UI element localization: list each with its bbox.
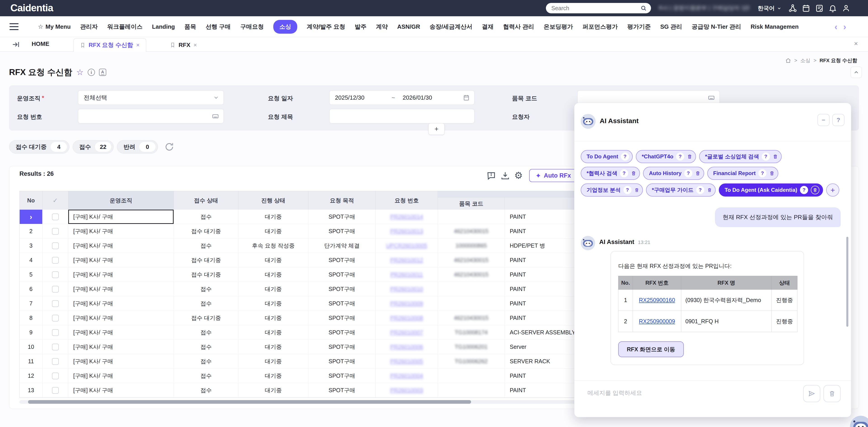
row-checkbox-cell[interactable]: [42, 282, 68, 296]
gear-icon[interactable]: ⚙: [514, 171, 523, 180]
status-filter-pill[interactable]: 접수 대기중 4: [9, 140, 69, 154]
row-org[interactable]: [구매] K사/ 구매: [68, 340, 174, 354]
agent-chip[interactable]: *글로벌 소싱업체 검색 ?: [699, 150, 782, 163]
row-checkbox-cell[interactable]: [42, 311, 68, 325]
table-row[interactable]: 6 [구매] K사/ 구매 접수 대기중 SPOT구매 PR26010010 P…: [20, 282, 600, 296]
scrollbar-thumb[interactable]: [28, 400, 471, 404]
hamburger-icon[interactable]: [9, 22, 19, 31]
row-no[interactable]: 12: [20, 369, 42, 383]
favorite-star-icon[interactable]: ☆: [76, 68, 84, 77]
row-checkbox-cell[interactable]: [42, 296, 68, 311]
nav-item[interactable]: 워크플레이스: [107, 23, 143, 31]
status-filter-pill[interactable]: 반려 0: [117, 140, 158, 154]
help-icon[interactable]: ?: [696, 186, 704, 194]
chat-scrollbar[interactable]: [846, 237, 848, 327]
trash-icon[interactable]: [631, 171, 636, 176]
row-no[interactable]: 13: [20, 383, 42, 398]
table-row[interactable]: 2 [구매] K사/ 구매 접수 대기중 대기중 SPOT구매 PR260100…: [20, 224, 600, 238]
col-header-purpose[interactable]: 요청 목적: [308, 191, 376, 210]
help-icon[interactable]: ?: [800, 186, 808, 194]
nav-item[interactable]: 품목: [184, 23, 196, 31]
nav-item[interactable]: SG 관리: [660, 23, 682, 31]
expand-filter-button[interactable]: +: [428, 123, 445, 135]
nav-item[interactable]: Risk Managemen: [751, 23, 799, 30]
help-icon[interactable]: ?: [621, 153, 629, 161]
message-input[interactable]: [587, 390, 791, 396]
language-selector[interactable]: 한국어: [758, 4, 781, 12]
row-org[interactable]: [구매] K사/ 구매: [68, 311, 174, 325]
col-header-org[interactable]: 운영조직: [68, 191, 174, 210]
agent-chip[interactable]: *ChatGPT4o ?: [636, 150, 696, 163]
row-no[interactable]: 3: [20, 238, 42, 253]
row-checkbox-cell[interactable]: [42, 267, 68, 282]
org-select[interactable]: 전체선택: [78, 90, 224, 105]
nav-item[interactable]: 퍼포먼스평가: [583, 23, 618, 31]
row-org[interactable]: [구매] K사/ 구매: [68, 369, 174, 383]
close-all-icon[interactable]: ×: [854, 40, 858, 47]
row-checkbox-cell[interactable]: [42, 210, 68, 224]
row-org[interactable]: [구매] K사/ 구매: [68, 267, 174, 282]
rfx-number-link[interactable]: RX250900009: [639, 318, 675, 324]
row-checkbox-cell[interactable]: [42, 340, 68, 354]
row-org[interactable]: [구매] K사/ 구매: [68, 296, 174, 311]
agent-chip[interactable]: *구매업무 가이드 ?: [646, 184, 716, 197]
col-header-request-no[interactable]: 요청 번호: [376, 191, 438, 210]
row-no[interactable]: 9: [20, 325, 42, 340]
nav-item[interactable]: 협력사 관리: [503, 23, 534, 31]
download-icon[interactable]: [500, 171, 510, 180]
row-org[interactable]: [구매] K사/ 구매: [68, 210, 174, 224]
grid-info-icon[interactable]: [486, 171, 496, 180]
nav-item[interactable]: ☆ My Menu: [38, 23, 71, 30]
nav-item[interactable]: 송장/세금계산서: [430, 23, 472, 31]
row-org[interactable]: [구매] K사/ 구매: [68, 253, 174, 267]
nav-item[interactable]: 발주: [355, 23, 366, 31]
text-size-icon[interactable]: A: [99, 69, 106, 76]
nav-item[interactable]: 평가기준: [627, 23, 651, 31]
request-no-input[interactable]: [78, 109, 224, 123]
col-header-select-all[interactable]: ✓: [42, 191, 68, 210]
home-icon[interactable]: [785, 58, 791, 64]
user-icon[interactable]: [842, 4, 850, 12]
table-row[interactable]: 4 [구매] K사/ 구매 접수 대기중 대기중 SPOT구매 PR260100…: [20, 253, 600, 267]
send-button[interactable]: [803, 385, 820, 402]
trash-icon[interactable]: [769, 171, 775, 176]
org-chart-icon[interactable]: [788, 4, 797, 12]
agent-chip[interactable]: Auto History ?: [643, 167, 704, 180]
minimize-button[interactable]: −: [817, 114, 830, 126]
auto-rfx-button[interactable]: ✦ Auto RFx: [529, 169, 577, 182]
close-icon[interactable]: ×: [193, 41, 197, 48]
expand-tabs-icon[interactable]: [12, 40, 20, 49]
tab-rfx-inbox[interactable]: RFX 요청 수신함 ×: [73, 38, 146, 52]
help-icon[interactable]: ?: [762, 153, 770, 161]
row-no[interactable]: ›: [20, 210, 42, 224]
nav-scroll-right-icon[interactable]: ›: [843, 22, 846, 32]
row-org[interactable]: [구매] K사/ 구매: [68, 238, 174, 253]
trash-icon[interactable]: [634, 188, 639, 193]
row-checkbox-cell[interactable]: [42, 253, 68, 267]
nav-item[interactable]: 공급망 N-Tier 관리: [692, 23, 741, 31]
row-checkbox-cell[interactable]: [42, 224, 68, 238]
agent-chip[interactable]: *협력사 검색 ?: [581, 167, 640, 180]
table-row[interactable]: 8 [구매] K사/ 구매 접수 대기중 대기중 SPOT구매 PR260100…: [20, 311, 600, 325]
trash-icon[interactable]: [707, 188, 712, 193]
nav-item[interactable]: ASN/GR: [397, 23, 420, 30]
row-checkbox-cell[interactable]: [42, 369, 68, 383]
help-icon[interactable]: ?: [758, 169, 767, 177]
table-row[interactable]: 5 [구매] K사/ 구매 접수 대기중 대기중 SPOT구매 PR260100…: [20, 267, 600, 282]
row-no[interactable]: 10: [20, 340, 42, 354]
nav-item[interactable]: 소싱: [273, 20, 297, 34]
table-row[interactable]: 9 [구매] K사/ 구매 접수 대기중 SPOT구매 PR26010007 T…: [20, 325, 600, 340]
nav-item[interactable]: 결재: [482, 23, 494, 31]
info-icon[interactable]: i: [88, 69, 95, 76]
collapse-search-button[interactable]: [850, 67, 862, 78]
trash-icon[interactable]: [773, 154, 778, 159]
col-header-progress-status[interactable]: 진행 상태: [239, 191, 308, 210]
request-title-input[interactable]: [329, 109, 474, 123]
keyboard-icon[interactable]: [708, 94, 715, 101]
nav-scroll-left-icon[interactable]: ‹: [835, 22, 837, 32]
status-filter-pill[interactable]: 접수 22: [72, 140, 114, 154]
refresh-icon[interactable]: [164, 142, 174, 152]
notes-icon[interactable]: [815, 4, 824, 12]
table-row[interactable]: 11 [구매] K사/ 구매 접수 대기중 SPOT구매 PR26010005 …: [20, 354, 600, 369]
row-no[interactable]: 7: [20, 296, 42, 311]
